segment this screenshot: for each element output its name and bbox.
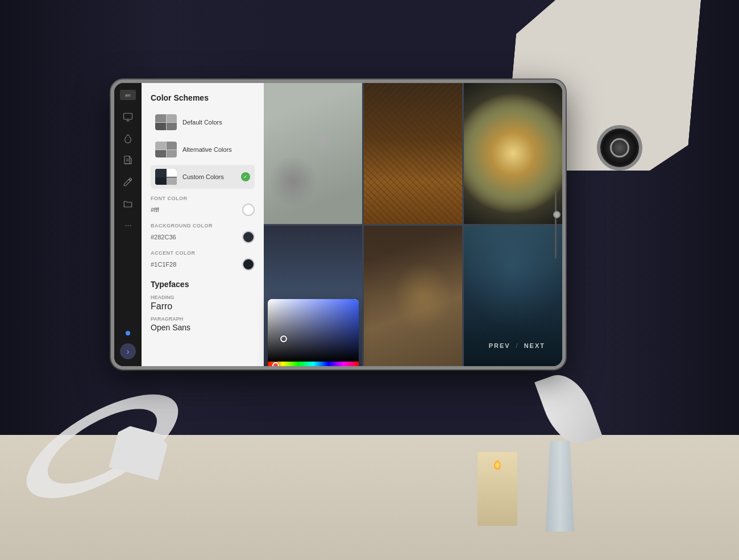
- heading-label: HEADING: [151, 294, 255, 300]
- scheme-option-default[interactable]: Default Colors: [151, 110, 255, 134]
- bg-color-row: #282C36: [151, 231, 255, 243]
- toolbar-icon-more[interactable]: ···: [119, 216, 137, 234]
- vertical-slider[interactable]: [555, 190, 557, 259]
- picker-gradient[interactable]: [268, 299, 359, 362]
- svg-rect-3: [124, 156, 130, 164]
- scheme-alt-color-4: [167, 150, 177, 158]
- scheme-label-default: Default Colors: [182, 119, 222, 126]
- color-picker-popup: ▲ ▼ HEX: [268, 299, 359, 370]
- picker-hue-slider[interactable]: [268, 362, 359, 370]
- svg-rect-0: [124, 113, 132, 119]
- scheme-alt-color-1: [155, 142, 166, 150]
- heading-typeface-row: HEADING Farro: [151, 294, 255, 312]
- picker-hue-thumb: [272, 362, 279, 369]
- toolbar-dot: [126, 331, 130, 335]
- paragraph-value[interactable]: Open Sans: [151, 323, 255, 332]
- panel-title: Color Schemes: [151, 93, 255, 102]
- next-button[interactable]: NEXT: [524, 342, 545, 349]
- font-color-swatch[interactable]: [242, 204, 255, 216]
- lang-badge[interactable]: en: [120, 90, 136, 100]
- scheme-label-custom: Custom Colors: [182, 173, 224, 180]
- scheme-color-3: [155, 123, 166, 131]
- scheme-cust-color-2: [167, 169, 177, 177]
- accent-color-value: #1C1F28: [151, 261, 176, 268]
- scheme-check-icon: ✓: [241, 172, 250, 181]
- scheme-color-1: [155, 114, 166, 122]
- prev-button[interactable]: PREV: [489, 342, 510, 349]
- typefaces-title: Typefaces: [151, 280, 255, 289]
- bg-color-value: #282C36: [151, 234, 176, 240]
- font-color-value: #fff: [151, 206, 159, 213]
- paragraph-typeface-row: PARAGRAPH Open Sans: [151, 316, 255, 332]
- scheme-option-alternative[interactable]: Alternative Colors: [151, 138, 255, 161]
- font-color-row: #fff: [151, 204, 255, 216]
- scheme-thumb-default: [155, 114, 177, 130]
- scheme-color-4: [167, 123, 177, 131]
- scheme-thumb-alternative: [155, 142, 177, 157]
- bg-candle-flame: [494, 461, 501, 470]
- scheme-label-alternative: Alternative Colors: [182, 146, 232, 153]
- scheme-alt-color-2: [167, 142, 177, 150]
- scheme-cust-color-1: [155, 169, 166, 177]
- mosaic-cell-2: [364, 83, 462, 224]
- bg-candle: [478, 452, 517, 526]
- bg-speaker-decoration: [597, 125, 642, 171]
- bg-color-label: BACKGROUND COLOR: [151, 223, 255, 229]
- accent-color-row: #1C1F28: [151, 258, 255, 271]
- toolbar-icon-monitor[interactable]: [119, 108, 137, 126]
- scheme-option-custom[interactable]: Custom Colors ✓: [151, 165, 255, 189]
- toolbar-icon-pencil[interactable]: [119, 173, 137, 191]
- scheme-alt-color-3: [155, 150, 166, 158]
- toolbar-icon-document[interactable]: [119, 151, 137, 169]
- scheme-cust-color-4: [167, 177, 177, 185]
- toolbar-icon-droplet[interactable]: [119, 130, 137, 148]
- mosaic-cell-1: [264, 83, 362, 224]
- picker-cursor: [280, 335, 287, 342]
- bg-color-swatch[interactable]: [242, 231, 255, 243]
- scheme-color-2: [167, 114, 177, 122]
- mosaic-cell-5: [364, 226, 462, 367]
- scheme-thumb-custom: [155, 169, 177, 185]
- paragraph-label: PARAGRAPH: [151, 316, 255, 322]
- toolbar-icon-folder[interactable]: [119, 194, 137, 213]
- tablet-frame: en ··· › Color Schemes: [111, 80, 566, 370]
- heading-value[interactable]: Farro: [151, 301, 255, 312]
- panel-area: Color Schemes Default Colors Alternative…: [142, 83, 264, 366]
- toolbar: en ··· ›: [114, 83, 142, 366]
- scheme-cust-color-3: [155, 177, 166, 185]
- bg-vase: [546, 441, 574, 532]
- nav-divider: /: [516, 342, 518, 349]
- accent-color-label: ACCENT COLOR: [151, 250, 255, 256]
- toolbar-nav-btn[interactable]: ›: [120, 343, 136, 359]
- accent-color-swatch[interactable]: [242, 258, 255, 271]
- nav-controls: PREV / NEXT: [489, 342, 545, 349]
- font-color-label: FONT COLOR: [151, 196, 255, 201]
- mosaic-cell-3: [464, 83, 562, 224]
- toolbar-top: en ···: [119, 90, 137, 325]
